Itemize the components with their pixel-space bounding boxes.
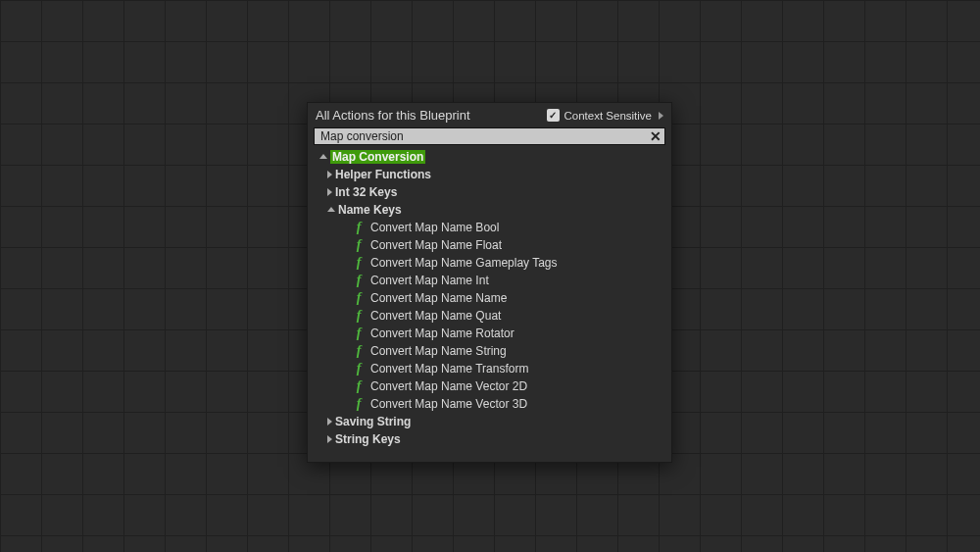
function-icon: f — [353, 308, 365, 324]
tree-category-int32-keys[interactable]: Int 32 Keys — [314, 183, 665, 201]
check-icon: ✓ — [549, 110, 557, 121]
function-icon: f — [353, 237, 365, 253]
tree-func-convert-map-name-string[interactable]: f Convert Map Name String — [314, 342, 665, 360]
function-label: Convert Map Name String — [370, 344, 507, 358]
expand-icon — [327, 188, 332, 196]
category-label: String Keys — [335, 432, 401, 446]
function-label: Convert Map Name Int — [370, 274, 489, 287]
clear-search-button[interactable]: ✕ — [647, 127, 664, 145]
search-row: ✕ — [314, 127, 665, 145]
function-label: Convert Map Name Vector 2D — [370, 379, 527, 393]
tree-func-convert-map-name-int[interactable]: f Convert Map Name Int — [314, 272, 665, 289]
context-checkbox[interactable]: ✓ — [547, 109, 560, 122]
function-icon: f — [353, 290, 365, 306]
tree-func-convert-map-name-name[interactable]: f Convert Map Name Name — [314, 289, 665, 307]
tree-root-map-conversion[interactable]: Map Conversion — [314, 148, 665, 166]
category-label: Name Keys — [338, 203, 402, 217]
popup-title: All Actions for this Blueprint — [316, 108, 470, 123]
expand-icon — [319, 154, 327, 159]
tree-category-helper-functions[interactable]: Helper Functions — [314, 166, 665, 183]
tree-func-convert-map-name-transform[interactable]: f Convert Map Name Transform — [314, 360, 665, 377]
tree-category-saving-string[interactable]: Saving String — [314, 413, 665, 430]
search-input[interactable] — [315, 128, 647, 144]
function-label: Convert Map Name Transform — [370, 362, 528, 376]
function-icon: f — [353, 396, 365, 412]
category-label: Int 32 Keys — [335, 185, 397, 199]
category-label: Map Conversion — [330, 150, 425, 164]
function-label: Convert Map Name Vector 3D — [370, 397, 527, 411]
tree-func-convert-map-name-vector-2d[interactable]: f Convert Map Name Vector 2D — [314, 377, 665, 395]
tree-category-string-keys[interactable]: String Keys — [314, 430, 665, 448]
blueprint-actions-popup: All Actions for this Blueprint ✓ Context… — [307, 102, 672, 463]
tree-func-convert-map-name-bool[interactable]: f Convert Map Name Bool — [314, 219, 665, 236]
tree-func-convert-map-name-gameplay-tags[interactable]: f Convert Map Name Gameplay Tags — [314, 254, 665, 272]
function-icon: f — [353, 343, 365, 359]
function-icon: f — [353, 273, 365, 288]
function-icon: f — [353, 361, 365, 376]
function-label: Convert Map Name Rotator — [370, 326, 514, 340]
category-label: Helper Functions — [335, 168, 431, 181]
chevron-right-icon — [659, 112, 663, 120]
expand-icon — [327, 435, 332, 443]
function-label: Convert Map Name Float — [370, 238, 502, 252]
context-label: Context Sensitive — [564, 110, 653, 122]
tree-func-convert-map-name-rotator[interactable]: f Convert Map Name Rotator — [314, 325, 665, 342]
context-sensitive-group[interactable]: ✓ Context Sensitive — [547, 109, 664, 122]
tree-func-convert-map-name-quat[interactable]: f Convert Map Name Quat — [314, 307, 665, 325]
function-label: Convert Map Name Bool — [370, 221, 499, 234]
expand-icon — [327, 207, 335, 212]
tree-func-convert-map-name-vector-3d[interactable]: f Convert Map Name Vector 3D — [314, 395, 665, 413]
function-label: Convert Map Name Gameplay Tags — [370, 256, 558, 270]
function-icon: f — [353, 378, 365, 394]
tree-category-name-keys[interactable]: Name Keys — [314, 201, 665, 219]
function-icon: f — [353, 255, 365, 271]
expand-icon — [327, 171, 332, 178]
action-tree: Map Conversion Helper Functions Int 32 K… — [308, 148, 671, 462]
expand-icon — [327, 418, 332, 426]
function-label: Convert Map Name Name — [370, 291, 507, 305]
function-label: Convert Map Name Quat — [370, 309, 501, 323]
function-icon: f — [353, 220, 365, 235]
popup-header: All Actions for this Blueprint ✓ Context… — [308, 103, 671, 127]
function-icon: f — [353, 326, 365, 341]
tree-func-convert-map-name-float[interactable]: f Convert Map Name Float — [314, 236, 665, 254]
category-label: Saving String — [335, 415, 411, 428]
